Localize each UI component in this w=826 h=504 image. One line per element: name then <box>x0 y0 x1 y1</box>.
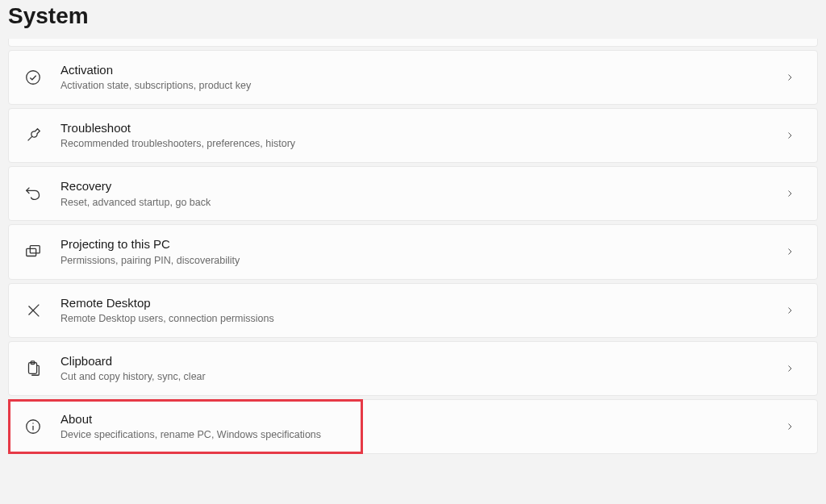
chevron-right-icon <box>783 245 796 258</box>
item-title: Remote Desktop <box>60 295 774 311</box>
projecting-icon <box>23 242 43 261</box>
settings-item-clipboard[interactable]: Clipboard Cut and copy history, sync, cl… <box>8 341 818 396</box>
item-title: Recovery <box>60 178 774 194</box>
item-subtitle: Activation state, subscriptions, product… <box>60 79 774 93</box>
chevron-right-icon <box>783 362 796 375</box>
item-text: About Device specifications, rename PC, … <box>60 411 774 442</box>
item-subtitle: Reset, advanced startup, go back <box>60 196 774 210</box>
settings-item-activation[interactable]: Activation Activation state, subscriptio… <box>8 50 818 105</box>
settings-item-projecting[interactable]: Projecting to this PC Permissions, pairi… <box>8 224 818 279</box>
settings-item-recovery[interactable]: Recovery Reset, advanced startup, go bac… <box>8 166 818 221</box>
item-title: Clipboard <box>60 353 774 369</box>
item-subtitle: Permissions, pairing PIN, discoverabilit… <box>60 254 774 268</box>
item-subtitle: Cut and copy history, sync, clear <box>60 370 774 384</box>
settings-list: Activation Activation state, subscriptio… <box>0 39 826 454</box>
item-title: Troubleshoot <box>60 120 774 136</box>
item-text: Recovery Reset, advanced startup, go bac… <box>60 178 774 209</box>
info-icon <box>23 417 43 436</box>
item-title: Activation <box>60 62 774 78</box>
chevron-right-icon <box>783 129 796 142</box>
item-text: Projecting to this PC Permissions, pairi… <box>60 236 774 267</box>
chevron-right-icon <box>783 187 796 200</box>
svg-rect-2 <box>30 246 40 253</box>
svg-point-0 <box>27 71 40 85</box>
remote-desktop-icon <box>23 301 43 320</box>
wrench-icon <box>23 126 43 145</box>
settings-item-troubleshoot[interactable]: Troubleshoot Recommended troubleshooters… <box>8 108 818 163</box>
item-text: Troubleshoot Recommended troubleshooters… <box>60 120 774 151</box>
settings-item-about[interactable]: About Device specifications, rename PC, … <box>8 399 818 454</box>
clipboard-icon <box>23 359 43 378</box>
recovery-icon <box>23 184 43 203</box>
svg-rect-1 <box>27 249 36 256</box>
item-text: Clipboard Cut and copy history, sync, cl… <box>60 353 774 384</box>
item-subtitle: Remote Desktop users, connection permiss… <box>60 312 774 326</box>
item-title: Projecting to this PC <box>60 236 774 252</box>
settings-item-truncated[interactable] <box>8 39 818 47</box>
item-text: Activation Activation state, subscriptio… <box>60 62 774 93</box>
item-title: About <box>60 411 774 427</box>
settings-item-remote-desktop[interactable]: Remote Desktop Remote Desktop users, con… <box>8 283 818 338</box>
page-title: System <box>0 0 826 39</box>
item-subtitle: Recommended troubleshooters, preferences… <box>60 137 774 151</box>
svg-point-7 <box>32 423 33 423</box>
item-text: Remote Desktop Remote Desktop users, con… <box>60 295 774 326</box>
chevron-right-icon <box>783 420 796 433</box>
chevron-right-icon <box>783 71 796 84</box>
check-circle-icon <box>23 68 43 87</box>
chevron-right-icon <box>783 304 796 317</box>
item-subtitle: Device specifications, rename PC, Window… <box>60 428 774 442</box>
